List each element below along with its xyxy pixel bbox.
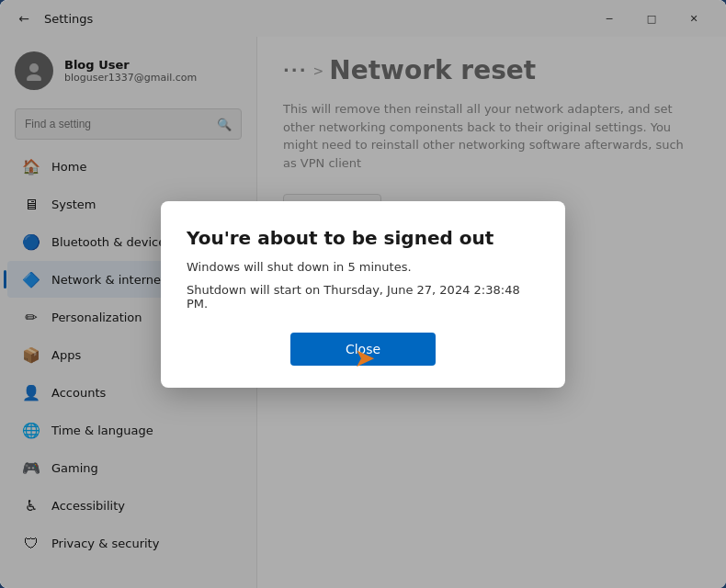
settings-window: ← Settings ─ □ ✕ <box>0 0 726 588</box>
dialog-message-1: Windows will shut down in 5 minutes. <box>187 260 539 274</box>
dialog-footer: Close ➤ <box>187 333 539 366</box>
modal-overlay: You're about to be signed out Windows wi… <box>0 0 726 588</box>
dialog-title: You're about to be signed out <box>187 227 539 249</box>
dialog-message-2: Shutdown will start on Thursday, June 27… <box>187 283 539 311</box>
dialog: You're about to be signed out Windows wi… <box>161 201 565 388</box>
dialog-close-button[interactable]: Close <box>290 333 436 366</box>
